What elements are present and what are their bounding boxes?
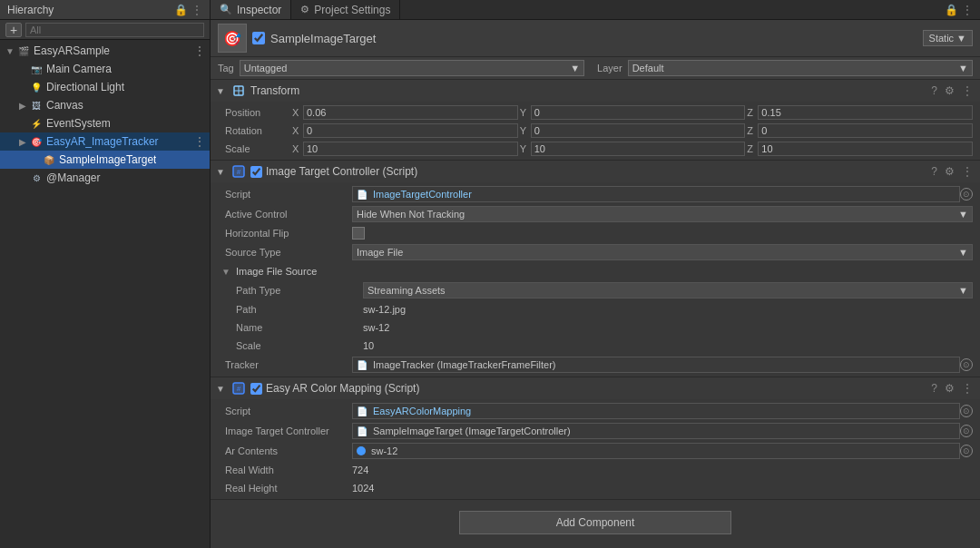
earcm-title: Easy AR Color Mapping (Script) bbox=[266, 382, 419, 395]
itc-more-button[interactable]: ⋮ bbox=[960, 165, 975, 178]
earcm-more-button[interactable]: ⋮ bbox=[960, 382, 975, 395]
itc-source-type-dropdown[interactable]: Image File ▼ bbox=[352, 244, 973, 260]
itc-active-control-dropdown[interactable]: Hide When Not Tracking ▼ bbox=[352, 206, 973, 222]
image-file-source-header[interactable]: ▼ Image File Source bbox=[211, 262, 980, 280]
tag-dropdown[interactable]: Untagged ▼ bbox=[240, 60, 584, 76]
image-target-controller-header[interactable]: ▼ # Image Target Controller (Script) ? ⚙… bbox=[211, 161, 980, 182]
earcm-ar-contents-value-field[interactable]: sw-12 bbox=[352, 443, 960, 459]
itc-path-type-dropdown[interactable]: Streaming Assets ▼ bbox=[363, 282, 973, 298]
scene-more-button[interactable]: ⋮ bbox=[193, 44, 210, 58]
tracker-more-button[interactable]: ⋮ bbox=[193, 134, 210, 149]
scale-y-input[interactable] bbox=[531, 142, 746, 156]
earcm-enabled-checkbox[interactable] bbox=[250, 383, 262, 395]
itc-name-value: sw-12 bbox=[363, 322, 973, 333]
rotation-z-input[interactable] bbox=[758, 123, 973, 138]
hierarchy-search-input[interactable] bbox=[25, 23, 204, 37]
static-dropdown-button[interactable]: Static ▼ bbox=[923, 30, 973, 46]
earcm-controls: ? ⚙ ⋮ bbox=[929, 382, 975, 395]
transform-header[interactable]: ▼ Transform ? ⚙ ⋮ bbox=[211, 80, 980, 102]
itc-script-circle-button[interactable]: ⊙ bbox=[960, 188, 973, 201]
rotation-x-input[interactable] bbox=[303, 123, 518, 138]
object-icon-box: 🎯 bbox=[218, 24, 247, 53]
scale-z-input[interactable] bbox=[758, 142, 973, 156]
position-label: Position bbox=[225, 107, 289, 118]
tracker-arrow: ▶ bbox=[16, 137, 29, 147]
position-xyz-group: X Y Z bbox=[292, 105, 973, 120]
sidebar-item-manager[interactable]: ⚙ @Manager bbox=[0, 169, 210, 187]
svg-text:#: # bbox=[237, 385, 241, 393]
scene-root-item[interactable]: ▼ 🎬 EasyARSample ⋮ bbox=[0, 42, 210, 60]
tag-layer-row: Tag Untagged ▼ Layer Default ▼ bbox=[211, 57, 980, 80]
rotation-x-axis-label: X bbox=[292, 125, 301, 136]
scale-x-input[interactable] bbox=[303, 142, 518, 156]
canvas-icon: 🖼 bbox=[29, 98, 44, 113]
image-tracker-label: EasyAR_ImageTracker bbox=[46, 135, 159, 148]
object-header: 🎯 SampleImageTarget Static ▼ bbox=[211, 20, 980, 57]
image-target-controller-component: ▼ # Image Target Controller (Script) ? ⚙… bbox=[211, 161, 980, 377]
itc-tracker-circle-button[interactable]: ⊙ bbox=[960, 358, 973, 371]
transform-settings-button[interactable]: ⚙ bbox=[943, 84, 956, 97]
earcm-script-circle-button[interactable]: ⊙ bbox=[960, 405, 973, 417]
scale-row: Scale X Y Z bbox=[211, 140, 980, 158]
rotation-label: Rotation bbox=[225, 125, 289, 136]
itc-enabled-checkbox[interactable] bbox=[250, 166, 262, 178]
itc-tracker-value-field[interactable]: 📄 ImageTracker (ImageTrackerFrameFilter) bbox=[352, 357, 960, 373]
itc-collapse-arrow: ▼ bbox=[216, 167, 227, 177]
itc-source-type-value: Image File bbox=[357, 247, 403, 258]
object-active-checkbox[interactable] bbox=[252, 32, 265, 44]
earcm-ar-contents-circle-button[interactable]: ⊙ bbox=[960, 445, 973, 457]
canvas-label: Canvas bbox=[46, 99, 83, 112]
earcm-itc-value-field[interactable]: 📄 SampleImageTarget (ImageTargetControll… bbox=[352, 423, 960, 439]
itc-controls: ? ⚙ ⋮ bbox=[929, 165, 975, 178]
sidebar-item-image-tracker[interactable]: ▶ 🎯 EasyAR_ImageTracker ⋮ bbox=[0, 132, 210, 151]
sidebar-item-event-system[interactable]: ⚡ EventSystem bbox=[0, 114, 210, 132]
earcm-help-button[interactable]: ? bbox=[929, 382, 939, 395]
position-y-field: Y bbox=[520, 105, 746, 120]
tab-project-settings[interactable]: ⚙ Project Settings bbox=[291, 0, 400, 19]
static-arrow-icon: ▼ bbox=[956, 33, 966, 44]
rotation-z-axis-label: Z bbox=[747, 125, 756, 136]
position-z-input[interactable] bbox=[758, 105, 973, 120]
more-icon: ⋮ bbox=[191, 4, 202, 16]
sidebar-item-canvas[interactable]: ▶ 🖼 Canvas bbox=[0, 96, 210, 114]
transform-help-button[interactable]: ? bbox=[929, 84, 939, 97]
easy-ar-color-mapping-header[interactable]: ▼ # Easy AR Color Mapping (Script) ? ⚙ ⋮ bbox=[211, 377, 980, 399]
easy-ar-color-mapping-component: ▼ # Easy AR Color Mapping (Script) ? ⚙ ⋮ bbox=[211, 377, 980, 500]
canvas-arrow: ▶ bbox=[16, 101, 29, 111]
itc-path-type-row: Path Type Streaming Assets ▼ bbox=[211, 280, 980, 300]
object-type-icon: 🎯 bbox=[223, 30, 241, 47]
add-hierarchy-button[interactable]: + bbox=[5, 23, 22, 37]
object-name: SampleImageTarget bbox=[270, 32, 376, 45]
layer-dropdown[interactable]: Default ▼ bbox=[628, 60, 973, 76]
position-y-input[interactable] bbox=[531, 105, 746, 120]
earcm-settings-button[interactable]: ⚙ bbox=[943, 382, 956, 395]
lock-icon: 🔒 bbox=[174, 4, 188, 16]
earcm-script-value-field[interactable]: 📄 EasyARColorMapping bbox=[352, 403, 960, 419]
camera-icon: 📷 bbox=[29, 62, 44, 76]
itc-settings-button[interactable]: ⚙ bbox=[943, 165, 956, 178]
add-component-button[interactable]: Add Component bbox=[459, 511, 731, 534]
tab-inspector[interactable]: 🔍 Inspector bbox=[211, 0, 291, 19]
earcm-real-height-label: Real Height bbox=[225, 483, 352, 494]
sidebar-item-directional-light[interactable]: 💡 Directional Light bbox=[0, 78, 210, 96]
sidebar-item-sample-image-target[interactable]: 📦 SampleImageTarget bbox=[0, 151, 210, 169]
itc-active-control-label: Active Control bbox=[225, 209, 352, 220]
sidebar-item-main-camera[interactable]: 📷 Main Camera bbox=[0, 60, 210, 78]
itc-horizontal-flip-checkbox[interactable] bbox=[352, 227, 365, 240]
manager-icon: ⚙ bbox=[29, 171, 44, 185]
itc-help-button[interactable]: ? bbox=[929, 165, 939, 178]
more-icon-tab: ⋮ bbox=[962, 4, 973, 16]
transform-more-button[interactable]: ⋮ bbox=[960, 84, 975, 97]
rotation-y-input[interactable] bbox=[531, 123, 746, 138]
position-x-input[interactable] bbox=[303, 105, 518, 120]
itc-source-type-row: Source Type Image File ▼ bbox=[211, 242, 980, 262]
scale-z-axis-label: Z bbox=[747, 143, 756, 154]
earcm-real-height-value: 1024 bbox=[352, 483, 973, 494]
earcm-itc-circle-button[interactable]: ⊙ bbox=[960, 425, 973, 437]
itc-script-value[interactable]: 📄 ImageTargetController bbox=[352, 186, 960, 202]
main-camera-label: Main Camera bbox=[46, 63, 112, 75]
event-system-label: EventSystem bbox=[46, 117, 111, 130]
inspector-panel: 🔍 Inspector ⚙ Project Settings 🔒 ⋮ 🎯 Sam… bbox=[211, 0, 980, 548]
manager-label: @Manager bbox=[46, 171, 101, 184]
earcm-itc-row: Image Target Controller 📄 SampleImageTar… bbox=[211, 421, 980, 441]
